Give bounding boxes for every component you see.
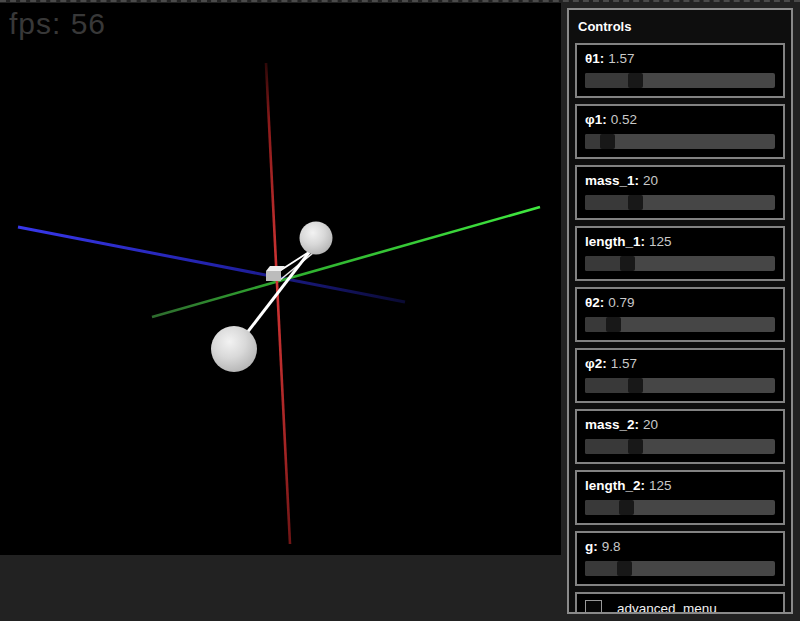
simulation-canvas[interactable]: fps: 56: [0, 3, 561, 555]
slider-thumb[interactable]: [617, 561, 632, 576]
slider-value: 1.57: [608, 51, 634, 66]
slider-name: length_2:: [585, 478, 645, 493]
slider-name: φ2:: [585, 356, 607, 371]
slider-label-g: g:9.8: [585, 539, 775, 555]
slider-label-mass1: mass_1:20: [585, 173, 775, 189]
pendulum-scene: [0, 3, 561, 555]
advanced-menu-checkbox[interactable]: [585, 600, 602, 614]
slider-label-theta2: θ2:0.79: [585, 295, 775, 311]
slider-name: g:: [585, 539, 598, 554]
slider-track-theta2[interactable]: [585, 317, 775, 332]
slider-label-phi2: φ2:1.57: [585, 356, 775, 372]
advanced-menu-label: advanced_menu: [617, 601, 717, 614]
slider-value: 0.79: [608, 295, 634, 310]
slider-value: 1.57: [611, 356, 637, 371]
green-axis-line: [152, 207, 540, 317]
slider-name: θ1:: [585, 51, 604, 66]
slider-track-phi1[interactable]: [585, 134, 775, 149]
slider-thumb[interactable]: [628, 73, 643, 88]
slider-value: 0.52: [611, 112, 637, 127]
slider-value: 20: [643, 173, 658, 188]
slider-box-g: g:9.8: [575, 531, 785, 586]
controls-panel: Controls θ1:1.57 φ1:0.52 mass_1:20 lengt…: [567, 8, 793, 614]
slider-box-theta1: θ1:1.57: [575, 43, 785, 98]
slider-thumb[interactable]: [628, 439, 643, 454]
slider-thumb[interactable]: [620, 256, 635, 271]
slider-track-length2[interactable]: [585, 500, 775, 515]
blue-axis-line: [18, 227, 405, 302]
slider-box-length2: length_2:125: [575, 470, 785, 525]
slider-thumb[interactable]: [600, 134, 615, 149]
slider-name: φ1:: [585, 112, 607, 127]
slider-value: 20: [643, 417, 658, 432]
slider-label-phi1: φ1:0.52: [585, 112, 775, 128]
slider-label-length2: length_2:125: [585, 478, 775, 494]
mass-1-sphere: [300, 222, 333, 255]
slider-name: mass_1:: [585, 173, 639, 188]
slider-name: θ2:: [585, 295, 604, 310]
slider-track-theta1[interactable]: [585, 73, 775, 88]
slider-label-theta1: θ1:1.57: [585, 51, 775, 67]
slider-track-g[interactable]: [585, 561, 775, 576]
slider-value: 9.8: [602, 539, 621, 554]
slider-box-length1: length_1:125: [575, 226, 785, 281]
slider-box-phi2: φ2:1.57: [575, 348, 785, 403]
slider-thumb[interactable]: [619, 500, 634, 515]
slider-track-mass1[interactable]: [585, 195, 775, 210]
slider-box-mass1: mass_1:20: [575, 165, 785, 220]
slider-track-phi2[interactable]: [585, 378, 775, 393]
slider-track-length1[interactable]: [585, 256, 775, 271]
slider-thumb[interactable]: [628, 378, 643, 393]
slider-label-length1: length_1:125: [585, 234, 775, 250]
page-top-dashed-border: [0, 0, 800, 2]
slider-name: mass_2:: [585, 417, 639, 432]
slider-name: length_1:: [585, 234, 645, 249]
fps-counter: fps: 56: [9, 7, 106, 41]
mass-2-sphere: [211, 326, 257, 372]
panel-title: Controls: [578, 19, 785, 34]
advanced-menu-row: advanced_menu: [575, 592, 785, 614]
slider-thumb[interactable]: [606, 317, 621, 332]
slider-value: 125: [649, 234, 672, 249]
slider-track-mass2[interactable]: [585, 439, 775, 454]
slider-value: 125: [649, 478, 672, 493]
slider-box-theta2: θ2:0.79: [575, 287, 785, 342]
slider-box-mass2: mass_2:20: [575, 409, 785, 464]
slider-box-phi1: φ1:0.52: [575, 104, 785, 159]
slider-thumb[interactable]: [628, 195, 643, 210]
slider-label-mass2: mass_2:20: [585, 417, 775, 433]
